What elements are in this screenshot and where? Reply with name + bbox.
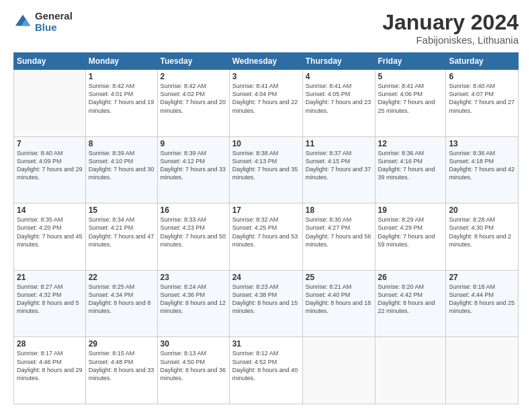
logo-blue: Blue xyxy=(35,22,73,34)
date-num-14: 14 xyxy=(17,205,83,215)
cell-w5-d6 xyxy=(375,337,446,404)
cell-info-23: Sunrise: 8:24 AMSunset: 4:36 PMDaylight:… xyxy=(161,283,226,316)
date-num-16: 16 xyxy=(161,205,226,215)
date-num-15: 15 xyxy=(89,205,154,215)
date-num-24: 24 xyxy=(232,273,300,282)
cell-info-16: Sunrise: 8:33 AMSunset: 4:23 PMDaylight:… xyxy=(161,216,226,248)
cell-w1-d4: 3Sunrise: 8:41 AMSunset: 4:04 PMDaylight… xyxy=(229,70,302,137)
week-row-2: 7Sunrise: 8:40 AMSunset: 4:09 PMDaylight… xyxy=(14,136,519,203)
cell-w2-d1: 7Sunrise: 8:40 AMSunset: 4:09 PMDaylight… xyxy=(14,136,86,203)
cell-info-7: Sunrise: 8:40 AMSunset: 4:09 PMDaylight:… xyxy=(17,149,83,182)
cell-w3-d3: 16Sunrise: 8:33 AMSunset: 4:23 PMDayligh… xyxy=(157,203,229,271)
cell-w2-d5: 11Sunrise: 8:37 AMSunset: 4:15 PMDayligh… xyxy=(302,136,375,203)
cell-w5-d1: 28Sunrise: 8:17 AMSunset: 4:46 PMDayligh… xyxy=(14,337,86,404)
cell-info-15: Sunrise: 8:34 AMSunset: 4:21 PMDaylight:… xyxy=(89,216,154,248)
cell-w1-d6: 5Sunrise: 8:41 AMSunset: 4:06 PMDaylight… xyxy=(375,70,446,137)
date-num-8: 8 xyxy=(89,139,154,148)
date-num-26: 26 xyxy=(378,273,443,282)
cell-info-13: Sunrise: 8:36 AMSunset: 4:18 PMDaylight:… xyxy=(449,149,515,182)
cell-w4-d6: 26Sunrise: 8:20 AMSunset: 4:42 PMDayligh… xyxy=(375,270,446,337)
calendar-title: January 2024 xyxy=(382,11,519,34)
cell-info-3: Sunrise: 8:41 AMSunset: 4:04 PMDaylight:… xyxy=(232,82,300,115)
cell-w1-d7: 6Sunrise: 8:40 AMSunset: 4:07 PMDaylight… xyxy=(446,70,519,137)
cell-info-25: Sunrise: 8:21 AMSunset: 4:40 PMDaylight:… xyxy=(306,283,372,316)
date-num-1: 1 xyxy=(89,72,154,81)
cell-w2-d4: 10Sunrise: 8:38 AMSunset: 4:13 PMDayligh… xyxy=(229,136,302,203)
date-num-30: 30 xyxy=(161,339,226,349)
cell-w4-d1: 21Sunrise: 8:27 AMSunset: 4:32 PMDayligh… xyxy=(14,270,86,337)
cell-w3-d2: 15Sunrise: 8:34 AMSunset: 4:21 PMDayligh… xyxy=(85,203,157,271)
week-row-1: 1Sunrise: 8:42 AMSunset: 4:01 PMDaylight… xyxy=(14,70,519,137)
header-friday: Friday xyxy=(375,53,446,70)
title-block: January 2024 Fabijoniskes, Lithuania xyxy=(382,11,519,46)
cell-info-17: Sunrise: 8:32 AMSunset: 4:25 PMDaylight:… xyxy=(232,216,300,248)
date-num-20: 20 xyxy=(449,205,515,215)
cell-w4-d3: 23Sunrise: 8:24 AMSunset: 4:36 PMDayligh… xyxy=(157,270,229,337)
date-num-29: 29 xyxy=(89,339,154,349)
header: General Blue January 2024 Fabijoniskes, … xyxy=(13,11,519,46)
cell-info-22: Sunrise: 8:25 AMSunset: 4:34 PMDaylight:… xyxy=(89,283,154,316)
cell-info-5: Sunrise: 8:41 AMSunset: 4:06 PMDaylight:… xyxy=(378,82,443,115)
cell-w5-d4: 31Sunrise: 8:12 AMSunset: 4:52 PMDayligh… xyxy=(229,337,302,404)
cell-w5-d5 xyxy=(302,337,375,404)
date-num-31: 31 xyxy=(232,339,300,349)
date-num-13: 13 xyxy=(449,139,515,148)
cell-info-28: Sunrise: 8:17 AMSunset: 4:46 PMDaylight:… xyxy=(17,349,83,382)
cell-w4-d5: 25Sunrise: 8:21 AMSunset: 4:40 PMDayligh… xyxy=(302,270,375,337)
date-num-10: 10 xyxy=(232,139,300,148)
cell-w2-d3: 9Sunrise: 8:39 AMSunset: 4:12 PMDaylight… xyxy=(157,136,229,203)
cell-w2-d7: 13Sunrise: 8:36 AMSunset: 4:18 PMDayligh… xyxy=(446,136,519,203)
date-num-2: 2 xyxy=(161,72,226,81)
cell-w4-d4: 24Sunrise: 8:23 AMSunset: 4:38 PMDayligh… xyxy=(229,270,302,337)
cell-info-14: Sunrise: 8:35 AMSunset: 4:20 PMDaylight:… xyxy=(17,216,83,248)
date-num-23: 23 xyxy=(161,273,226,282)
logo: General Blue xyxy=(13,11,73,33)
cell-w3-d7: 20Sunrise: 8:28 AMSunset: 4:30 PMDayligh… xyxy=(446,203,519,271)
date-num-6: 6 xyxy=(449,72,515,81)
week-row-3: 14Sunrise: 8:35 AMSunset: 4:20 PMDayligh… xyxy=(14,203,519,271)
cell-w3-d4: 17Sunrise: 8:32 AMSunset: 4:25 PMDayligh… xyxy=(229,203,302,271)
cell-w2-d2: 8Sunrise: 8:39 AMSunset: 4:10 PMDaylight… xyxy=(85,136,157,203)
cell-w5-d7 xyxy=(446,337,519,404)
cell-w1-d3: 2Sunrise: 8:42 AMSunset: 4:02 PMDaylight… xyxy=(157,70,229,137)
date-num-12: 12 xyxy=(378,139,443,148)
calendar-subtitle: Fabijoniskes, Lithuania xyxy=(382,34,519,46)
date-num-21: 21 xyxy=(17,273,83,282)
header-tuesday: Tuesday xyxy=(157,53,229,70)
date-num-3: 3 xyxy=(232,72,300,81)
date-num-22: 22 xyxy=(89,273,154,282)
date-num-11: 11 xyxy=(306,139,372,148)
cell-info-31: Sunrise: 8:12 AMSunset: 4:52 PMDaylight:… xyxy=(232,349,300,382)
date-num-27: 27 xyxy=(449,273,515,282)
date-num-5: 5 xyxy=(378,72,443,81)
date-num-28: 28 xyxy=(17,339,83,349)
header-sunday: Sunday xyxy=(14,53,86,70)
header-monday: Monday xyxy=(85,53,157,70)
logo-general: General xyxy=(35,11,73,22)
cell-info-9: Sunrise: 8:39 AMSunset: 4:12 PMDaylight:… xyxy=(161,149,226,182)
header-saturday: Saturday xyxy=(446,53,519,70)
cell-w3-d1: 14Sunrise: 8:35 AMSunset: 4:20 PMDayligh… xyxy=(14,203,86,271)
cell-info-1: Sunrise: 8:42 AMSunset: 4:01 PMDaylight:… xyxy=(89,82,154,115)
cell-w5-d3: 30Sunrise: 8:13 AMSunset: 4:50 PMDayligh… xyxy=(157,337,229,404)
cell-info-30: Sunrise: 8:13 AMSunset: 4:50 PMDaylight:… xyxy=(161,349,226,382)
cell-info-4: Sunrise: 8:41 AMSunset: 4:05 PMDaylight:… xyxy=(306,82,372,115)
cell-info-8: Sunrise: 8:39 AMSunset: 4:10 PMDaylight:… xyxy=(89,149,154,182)
calendar-table: Sunday Monday Tuesday Wednesday Thursday… xyxy=(13,52,519,404)
cell-w1-d1 xyxy=(14,70,86,137)
cell-w5-d2: 29Sunrise: 8:15 AMSunset: 4:48 PMDayligh… xyxy=(85,337,157,404)
cell-info-2: Sunrise: 8:42 AMSunset: 4:02 PMDaylight:… xyxy=(161,82,226,115)
cell-info-11: Sunrise: 8:37 AMSunset: 4:15 PMDaylight:… xyxy=(306,149,372,182)
cell-w3-d5: 18Sunrise: 8:30 AMSunset: 4:27 PMDayligh… xyxy=(302,203,375,271)
cell-w4-d7: 27Sunrise: 8:18 AMSunset: 4:44 PMDayligh… xyxy=(446,270,519,337)
date-num-7: 7 xyxy=(17,139,83,148)
cell-info-24: Sunrise: 8:23 AMSunset: 4:38 PMDaylight:… xyxy=(232,283,300,316)
date-num-25: 25 xyxy=(306,273,372,282)
week-row-4: 21Sunrise: 8:27 AMSunset: 4:32 PMDayligh… xyxy=(14,270,519,337)
date-num-4: 4 xyxy=(306,72,372,81)
cell-info-18: Sunrise: 8:30 AMSunset: 4:27 PMDaylight:… xyxy=(306,216,372,248)
cell-info-26: Sunrise: 8:20 AMSunset: 4:42 PMDaylight:… xyxy=(378,283,443,316)
week-row-5: 28Sunrise: 8:17 AMSunset: 4:46 PMDayligh… xyxy=(14,337,519,404)
cell-info-29: Sunrise: 8:15 AMSunset: 4:48 PMDaylight:… xyxy=(89,349,154,382)
cell-w4-d2: 22Sunrise: 8:25 AMSunset: 4:34 PMDayligh… xyxy=(85,270,157,337)
